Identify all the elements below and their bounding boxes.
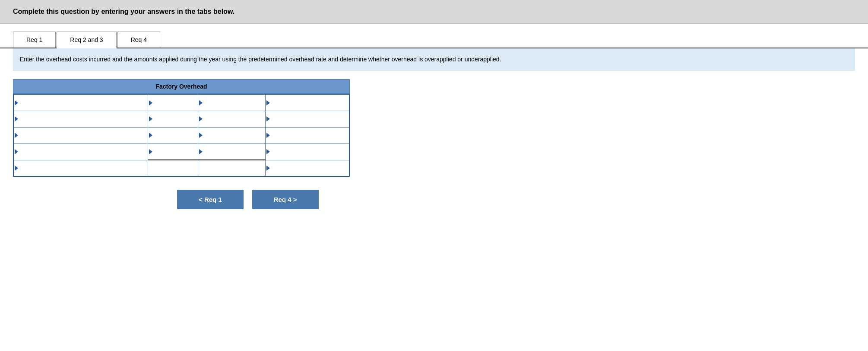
arrow-icon	[149, 100, 152, 105]
cell-r5-c3	[198, 160, 266, 176]
tab-req4[interactable]: Req 4	[117, 32, 160, 48]
arrow-icon	[199, 116, 203, 121]
input-r4-c1[interactable]	[14, 147, 148, 157]
arrow-icon	[149, 149, 152, 154]
arrow-icon	[266, 133, 270, 138]
nav-buttons: < Req 1 Req 4 >	[177, 190, 855, 209]
factory-overhead-table	[13, 94, 350, 177]
input-r2-c2[interactable]	[148, 114, 198, 124]
input-r4-c2[interactable]	[148, 147, 198, 157]
input-r3-c3[interactable]	[198, 131, 265, 140]
table-row	[13, 94, 349, 111]
input-r2-c1[interactable]	[14, 114, 148, 124]
input-r2-c4[interactable]	[266, 114, 349, 124]
instruction-banner: Complete this question by entering your …	[0, 0, 868, 24]
cell-r3-c1	[13, 127, 148, 144]
cell-r3-c2	[148, 127, 198, 144]
arrow-icon	[266, 116, 270, 121]
tab-req23[interactable]: Req 2 and 3	[57, 32, 116, 48]
arrow-icon	[149, 133, 152, 138]
table-row	[13, 144, 349, 160]
table-row	[13, 111, 349, 127]
next-button[interactable]: Req 4 >	[252, 190, 319, 209]
cell-r4-c4	[265, 144, 349, 160]
table-row	[13, 160, 349, 176]
content-area: Enter the overhead costs incurred and th…	[0, 48, 868, 209]
input-r1-c1[interactable]	[14, 98, 148, 108]
arrow-icon	[15, 149, 18, 154]
cell-r1-c4	[265, 94, 349, 111]
input-r3-c1[interactable]	[14, 131, 148, 140]
input-r5-c2[interactable]	[148, 163, 198, 173]
input-r1-c3[interactable]	[198, 98, 265, 108]
arrow-icon	[15, 133, 18, 138]
input-r1-c4[interactable]	[266, 98, 349, 108]
cell-r4-c2	[148, 144, 198, 160]
next-button-label: Req 4 >	[274, 196, 297, 203]
arrow-icon	[266, 166, 270, 171]
cell-r5-c4	[265, 160, 349, 176]
input-r3-c2[interactable]	[148, 131, 198, 140]
arrow-icon	[199, 149, 203, 154]
input-r1-c2[interactable]	[148, 98, 198, 108]
cell-r4-c3	[198, 144, 266, 160]
table-section: Factory Overhead	[13, 79, 350, 177]
arrow-icon	[149, 116, 152, 121]
cell-r5-c2	[148, 160, 198, 176]
cell-r2-c1	[13, 111, 148, 127]
cell-r3-c3	[198, 127, 266, 144]
input-r3-c4[interactable]	[266, 131, 349, 140]
cell-r5-c1	[13, 160, 148, 176]
table-row	[13, 127, 349, 144]
input-r5-c4[interactable]	[266, 163, 349, 173]
instruction-text: Complete this question by entering your …	[13, 8, 234, 15]
arrow-icon	[15, 166, 18, 171]
cell-r2-c3	[198, 111, 266, 127]
input-r5-c1[interactable]	[14, 163, 148, 173]
arrow-icon	[15, 100, 18, 105]
tabs-container: Req 1 Req 2 and 3 Req 4	[0, 24, 868, 48]
cell-r1-c3	[198, 94, 266, 111]
input-r4-c4[interactable]	[266, 147, 349, 157]
table-title: Factory Overhead	[13, 79, 350, 94]
input-r4-c3[interactable]	[198, 147, 265, 157]
cell-r1-c1	[13, 94, 148, 111]
arrow-icon	[15, 116, 18, 121]
prev-button[interactable]: < Req 1	[177, 190, 244, 209]
arrow-icon	[266, 149, 270, 154]
cell-r4-c1	[13, 144, 148, 160]
prev-button-label: < Req 1	[199, 196, 222, 203]
cell-r2-c2	[148, 111, 198, 127]
cell-r1-c2	[148, 94, 198, 111]
description-text: Enter the overhead costs incurred and th…	[20, 56, 501, 63]
arrow-icon	[199, 133, 203, 138]
description-box: Enter the overhead costs incurred and th…	[13, 48, 855, 70]
tab-req1[interactable]: Req 1	[13, 32, 56, 48]
input-r5-c3[interactable]	[198, 163, 265, 173]
arrow-icon	[199, 100, 203, 105]
arrow-icon	[266, 100, 270, 105]
input-r2-c3[interactable]	[198, 114, 265, 124]
cell-r2-c4	[265, 111, 349, 127]
cell-r3-c4	[265, 127, 349, 144]
